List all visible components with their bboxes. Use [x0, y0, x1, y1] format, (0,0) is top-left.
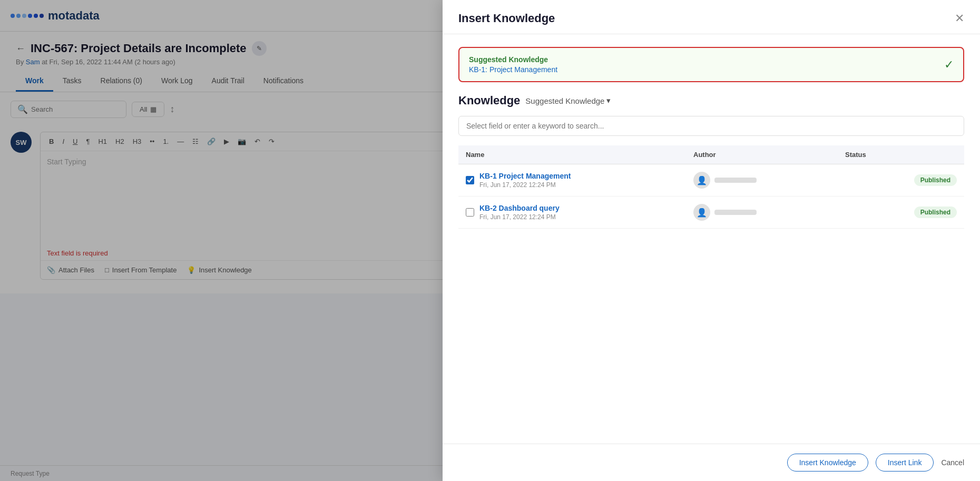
row2-author-cell: 👤	[686, 197, 838, 229]
modal-insert-knowledge-button[interactable]: Insert Knowledge	[787, 454, 868, 472]
suggested-label: Suggested Knowledge	[469, 55, 557, 64]
suggested-value: KB-1: Project Management	[469, 65, 557, 74]
col-header-status: Status	[838, 145, 964, 164]
modal-footer: Insert Knowledge Insert Link Cancel	[443, 444, 980, 481]
row1-author: 👤	[693, 172, 830, 189]
row2-author-name	[714, 210, 757, 215]
modal-overlay	[0, 0, 453, 481]
suggested-knowledge-dropdown[interactable]: Suggested Knowledge ▾	[525, 96, 611, 105]
row1-name-block: KB-1 Project Management Fri, Jun 17, 202…	[479, 172, 571, 189]
knowledge-search-input[interactable]	[458, 116, 964, 136]
dropdown-label: Suggested Knowledge	[525, 96, 604, 105]
table-header-row: Name Author Status	[458, 145, 964, 164]
check-icon: ✓	[944, 58, 954, 72]
row1-status-cell: Published	[838, 164, 964, 197]
row1-author-cell: 👤	[686, 164, 838, 197]
suggested-content: Suggested Knowledge KB-1: Project Manage…	[469, 55, 557, 74]
row1-author-name	[714, 178, 757, 183]
row1-name-cell: KB-1 Project Management Fri, Jun 17, 202…	[458, 164, 686, 197]
col-header-author: Author	[686, 145, 838, 164]
modal-cancel-button[interactable]: Cancel	[941, 458, 964, 467]
row1-date: Fri, Jun 17, 2022 12:24 PM	[479, 181, 571, 189]
knowledge-heading: Knowledge	[458, 94, 520, 107]
insert-knowledge-modal: Insert Knowledge ✕ Suggested Knowledge K…	[443, 0, 980, 481]
chevron-down-icon: ▾	[606, 96, 611, 105]
row1-author-avatar: 👤	[693, 172, 710, 189]
knowledge-heading-row: Knowledge Suggested Knowledge ▾	[458, 94, 964, 107]
col-header-name: Name	[458, 145, 686, 164]
modal-close-button[interactable]: ✕	[955, 13, 964, 24]
modal-body: Suggested Knowledge KB-1: Project Manage…	[443, 34, 980, 444]
row2-status-badge: Published	[914, 207, 957, 218]
row1-status-badge: Published	[914, 174, 957, 186]
row1-checkbox-cell: KB-1 Project Management Fri, Jun 17, 202…	[466, 172, 679, 189]
suggested-knowledge-box: Suggested Knowledge KB-1: Project Manage…	[458, 47, 964, 82]
knowledge-table: Name Author Status KB-1 Project Manageme…	[458, 145, 964, 229]
row1-name[interactable]: KB-1 Project Management	[479, 172, 571, 180]
table-row: KB-1 Project Management Fri, Jun 17, 202…	[458, 164, 964, 197]
table-row: KB-2 Dashboard query Fri, Jun 17, 2022 1…	[458, 197, 964, 229]
row2-status-cell: Published	[838, 197, 964, 229]
row2-checkbox[interactable]	[466, 208, 474, 217]
row2-name-cell: KB-2 Dashboard query Fri, Jun 17, 2022 1…	[458, 197, 686, 229]
modal-title: Insert Knowledge	[458, 12, 555, 25]
row2-author-avatar: 👤	[693, 204, 710, 221]
modal-header: Insert Knowledge ✕	[443, 0, 980, 34]
row2-author: 👤	[693, 204, 830, 221]
modal-insert-link-button[interactable]: Insert Link	[876, 454, 934, 472]
row2-checkbox-cell: KB-2 Dashboard query Fri, Jun 17, 2022 1…	[466, 204, 679, 221]
row2-name[interactable]: KB-2 Dashboard query	[479, 204, 560, 212]
row1-checkbox[interactable]	[466, 176, 474, 184]
row2-date: Fri, Jun 17, 2022 12:24 PM	[479, 213, 560, 221]
row2-name-block: KB-2 Dashboard query Fri, Jun 17, 2022 1…	[479, 204, 560, 221]
